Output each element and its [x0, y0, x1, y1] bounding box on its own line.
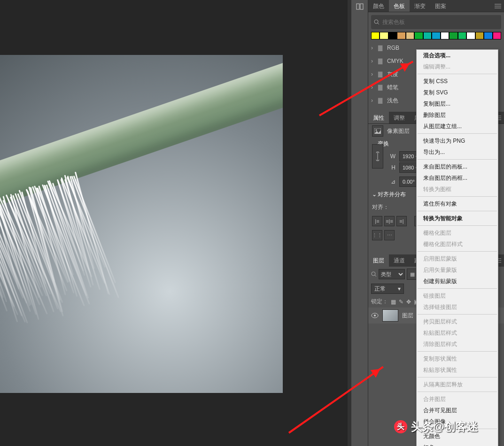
svg-point-2 [374, 20, 378, 23]
context-menu-item: 粘贴图层样式 [417, 327, 498, 338]
chevron-right-icon: › [371, 45, 376, 51]
svg-line-7 [375, 275, 376, 277]
swatch[interactable] [388, 32, 397, 39]
lock-position-icon[interactable]: ✥ [406, 299, 411, 305]
context-menu-item[interactable]: 红色 [417, 442, 498, 446]
folder-icon: ▇ [376, 84, 384, 91]
link-icon[interactable] [372, 144, 383, 169]
blend-mode-select[interactable]: 正常▾ [371, 284, 404, 294]
context-menu-item: 转换为图框 [417, 184, 498, 195]
watermark-icon: 头 [394, 420, 407, 433]
swatch[interactable] [484, 32, 492, 39]
swatch[interactable] [380, 32, 388, 39]
align-header-label: 对齐并分布 [378, 191, 406, 199]
context-menu-item: 链接图层 [417, 290, 498, 301]
context-menu-item[interactable]: 转换为智能对象 [417, 213, 498, 224]
swatch[interactable] [406, 32, 414, 39]
document-canvas[interactable] [0, 55, 283, 393]
svg-point-6 [372, 272, 375, 276]
context-menu-item[interactable]: 复制 SVG [417, 87, 498, 98]
lock-brush-icon[interactable]: ✎ [399, 299, 403, 305]
tab-adjustments[interactable]: 调整 [389, 112, 410, 123]
chevron-right-icon: › [371, 97, 376, 104]
panel-toggle-icon[interactable] [351, 0, 368, 13]
context-menu-item[interactable]: 遮住所有对象 [417, 198, 498, 209]
tab-gradients[interactable]: 渐变 [410, 0, 430, 12]
context-menu-item[interactable]: 删除图层 [417, 109, 498, 121]
chevron-right-icon: › [371, 58, 376, 64]
swatch[interactable] [458, 32, 466, 39]
tab-properties[interactable]: 属性 [368, 112, 389, 123]
svg-point-5 [376, 130, 377, 131]
tab-channels[interactable]: 通道 [389, 254, 410, 267]
swatch[interactable] [466, 32, 475, 39]
distribute-h-icon[interactable]: ⋮⋮ [372, 230, 382, 240]
context-menu-item[interactable]: 来自图层的画板... [417, 161, 498, 172]
visibility-icon[interactable] [371, 313, 379, 318]
context-menu-item: 栅格化图层 [417, 227, 498, 238]
swatch[interactable] [371, 32, 380, 39]
context-menu-item: 清除图层样式 [417, 338, 498, 350]
search-icon [374, 19, 380, 25]
svg-rect-1 [360, 4, 363, 9]
width-label: W [387, 153, 395, 160]
layer-thumbnail[interactable] [382, 309, 398, 322]
folder-icon: ▇ [376, 71, 384, 77]
context-menu-item: 编辑调整... [417, 61, 498, 72]
pixel-layer-icon [372, 125, 383, 137]
context-menu-item[interactable]: 创建剪贴蒙版 [417, 276, 498, 287]
context-menu-item: 合并图层 [417, 393, 498, 405]
swatch[interactable] [441, 32, 449, 39]
context-menu-item: 选择链接图层 [417, 301, 498, 313]
tab-swatches[interactable]: 色板 [389, 0, 410, 12]
lock-label: 锁定： [371, 298, 388, 306]
context-menu-item[interactable]: 复制 CSS [417, 76, 498, 87]
align-right-icon[interactable]: ≡| [396, 216, 407, 226]
swatch[interactable] [475, 32, 484, 39]
tab-patterns[interactable]: 图案 [430, 0, 451, 12]
chevron-right-icon: › [371, 71, 376, 77]
tab-layers[interactable]: 图层 [368, 254, 389, 267]
swatch[interactable] [397, 32, 405, 39]
swatch[interactable] [493, 32, 501, 39]
watermark: 头 头条@创客迷 [394, 419, 478, 434]
context-menu-item[interactable]: 快速导出为 PNG [417, 135, 498, 146]
svg-line-3 [378, 23, 379, 24]
context-menu-item[interactable]: 混合选项... [417, 50, 498, 61]
tab-color[interactable]: 颜色 [368, 0, 389, 12]
folder-label: 蜡笔 [387, 84, 398, 92]
context-menu-item[interactable]: 来自图层的画框... [417, 172, 498, 184]
svg-rect-0 [357, 4, 359, 9]
folder-label: 浅色 [387, 97, 398, 105]
height-label: H [387, 164, 395, 171]
search-icon [371, 271, 377, 277]
swatch[interactable] [432, 32, 440, 39]
layer-filter-type[interactable]: 类型 [379, 269, 405, 279]
svg-point-9 [374, 315, 376, 316]
context-menu-item[interactable]: 从图层建立组... [417, 121, 498, 132]
swatch[interactable] [449, 32, 457, 39]
context-menu-item[interactable]: 导出为... [417, 146, 498, 158]
canvas-area [0, 0, 348, 446]
swatch[interactable] [423, 32, 432, 39]
align-left-icon[interactable]: |≡ [372, 216, 382, 226]
context-menu-item[interactable]: 合并可见图层 [417, 405, 498, 416]
angle-icon: ⊿ [387, 178, 395, 185]
swatch[interactable] [414, 32, 423, 39]
distribute-v-icon[interactable]: ⋯ [384, 230, 395, 240]
folder-icon: ▇ [376, 45, 384, 51]
swatches-search[interactable] [371, 15, 501, 29]
swatches-search-input[interactable] [382, 19, 498, 25]
chevron-down-icon: ⌄ [372, 191, 378, 198]
align-center-h-icon[interactable]: ≡|≡ [384, 216, 395, 226]
layer-context-menu: 混合选项...编辑调整...复制 CSS复制 SVG复制图层...删除图层从图层… [416, 49, 498, 446]
layer-name[interactable]: 图层 [402, 312, 413, 320]
panel-menu-icon[interactable] [492, 0, 504, 12]
context-menu-item: 粘贴形状属性 [417, 364, 498, 376]
lock-pixels-icon[interactable]: ▦ [391, 299, 396, 305]
context-menu-item: 从隔离图层释放 [417, 379, 498, 390]
align-label: 对齐： [372, 203, 389, 211]
context-menu-item: 拷贝图层样式 [417, 316, 498, 327]
context-menu-item: 栅格化图层样式 [417, 238, 498, 250]
context-menu-item[interactable]: 复制图层... [417, 98, 498, 109]
